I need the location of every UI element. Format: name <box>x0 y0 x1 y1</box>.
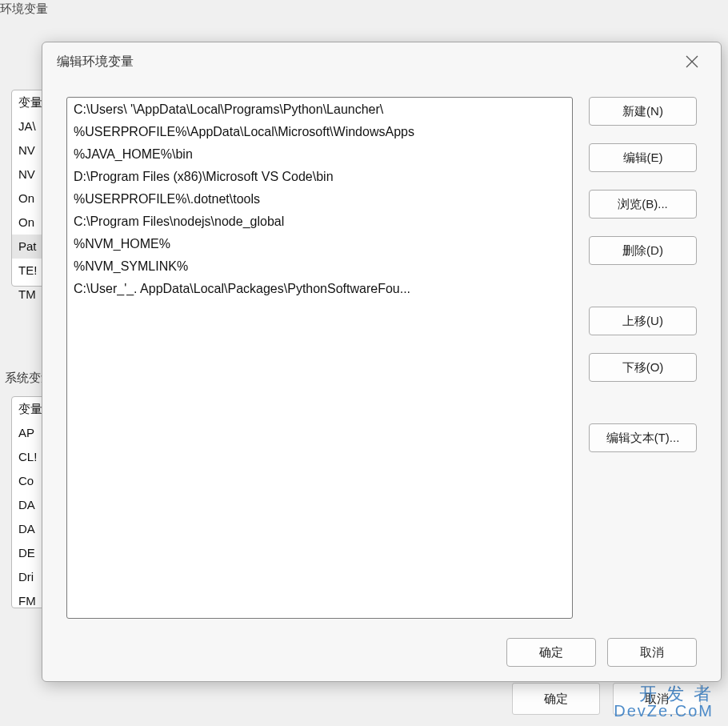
cancel-button[interactable]: 取消 <box>607 638 697 667</box>
path-item[interactable]: C:\User_'_. AppData\Local\Packages\Pytho… <box>67 277 572 299</box>
dialog-body: C:\Users\ '\AppData\Local\Programs\Pytho… <box>42 81 721 681</box>
edit-env-var-dialog: 编辑环境变量 C:\Users\ '\AppData\Local\Program… <box>42 42 722 682</box>
dialog-title: 编辑环境变量 <box>57 54 134 70</box>
side-button-group: 新建(N) 编辑(E) 浏览(B)... 删除(D) 上移(U) 下移(O) 编… <box>589 97 697 619</box>
path-item[interactable]: %USERPROFILE%\.dotnet\tools <box>67 187 572 210</box>
move-down-button[interactable]: 下移(O) <box>589 353 697 382</box>
dialog-content: C:\Users\ '\AppData\Local\Programs\Pytho… <box>66 97 697 619</box>
path-item[interactable]: %NVM_HOME% <box>67 232 572 255</box>
path-item[interactable]: C:\Program Files\nodejs\node_global <box>67 210 572 232</box>
new-button[interactable]: 新建(N) <box>589 97 697 126</box>
path-item[interactable]: %NVM_SYMLINK% <box>67 255 572 277</box>
path-item[interactable]: %USERPROFILE%\AppData\Local\Microsoft\Wi… <box>67 120 572 142</box>
close-icon[interactable] <box>678 47 706 76</box>
delete-button[interactable]: 删除(D) <box>589 236 697 265</box>
dialog-footer: 确定 取消 <box>66 638 697 667</box>
path-listbox[interactable]: C:\Users\ '\AppData\Local\Programs\Pytho… <box>66 97 573 619</box>
dialog-titlebar: 编辑环境变量 <box>42 42 721 81</box>
path-item[interactable]: %JAVA_HOME%\bin <box>67 142 572 165</box>
edit-button[interactable]: 编辑(E) <box>589 143 697 172</box>
move-up-button[interactable]: 上移(U) <box>589 307 697 335</box>
path-item[interactable]: D:\Program Files (x86)\Microsoft VS Code… <box>67 165 572 187</box>
watermark: 开 发 者 DevZe.CoM <box>614 684 714 720</box>
ok-button[interactable]: 确定 <box>506 638 596 667</box>
path-item[interactable]: C:\Users\ '\AppData\Local\Programs\Pytho… <box>67 98 572 120</box>
watermark-line2: DevZe.CoM <box>614 703 714 720</box>
browse-button[interactable]: 浏览(B)... <box>589 190 697 219</box>
bg-ok-button[interactable]: 确定 <box>512 683 600 715</box>
watermark-line1: 开 发 者 <box>614 684 714 703</box>
edit-text-button[interactable]: 编辑文本(T)... <box>589 423 697 452</box>
bg-window-title: 环境变量 <box>0 0 48 18</box>
